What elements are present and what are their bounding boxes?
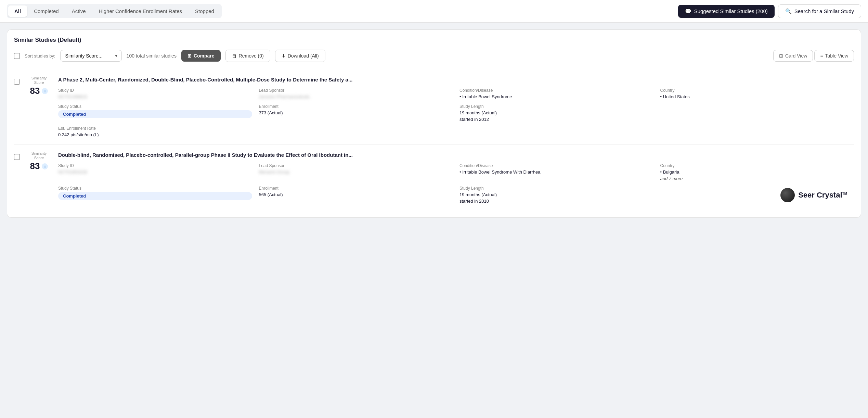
enrollment-label-2: Enrollment	[259, 186, 453, 191]
study-grid-1: Study ID NCT01498623 Lead Sponsor Jansse…	[58, 88, 854, 122]
tab-active[interactable]: Active	[66, 5, 92, 17]
country-group-2: Country Bulgaria and 7 more	[660, 163, 854, 181]
study-id-group-1: Study ID NCT01498623	[58, 88, 252, 99]
score-col-1: SimilarityScore 83 i	[25, 76, 53, 137]
country-label-2: Country	[660, 163, 854, 168]
card-view-icon: ⊞	[779, 53, 783, 59]
similarity-score-value-1: 83 i	[30, 86, 48, 96]
lead-sponsor-value-2: Menarini Group	[259, 169, 453, 175]
info-icon-2[interactable]: i	[42, 163, 48, 169]
status-badge-2: Completed	[58, 192, 252, 200]
countries-more-2: and 7 more	[660, 176, 854, 181]
study-2-checkbox[interactable]	[14, 154, 20, 160]
enrollment-value-1: 373 (Actual)	[259, 110, 453, 115]
similarity-score-label-1: SimilarityScore	[31, 76, 47, 85]
toolbar: Sort studies by: Similarity Score... ▼ 1…	[14, 50, 854, 62]
study-length-started-1: started in 2012	[459, 117, 653, 122]
study-length-value-1: 19 months (Actual)	[459, 110, 653, 115]
condition-item-2: Irritable Bowel Syndrome With Diarrhea	[459, 169, 653, 175]
study-id-value-1: NCT01498623	[58, 94, 252, 99]
sort-label: Sort studies by:	[25, 53, 55, 59]
study-length-group-1: Study Length 19 months (Actual) started …	[459, 104, 653, 122]
top-bar: All Completed Active Higher Confidence E…	[0, 0, 868, 23]
study-status-group-1: Study Status Completed	[58, 104, 252, 122]
top-actions: 💬 Suggested Similar Studies (200) 🔍 Sear…	[678, 4, 861, 18]
study-content-2: Double-blind, Randomised, Placebo-contro…	[58, 151, 854, 204]
study-length-started-2: started in 2010	[459, 199, 653, 204]
tab-completed[interactable]: Completed	[28, 5, 65, 17]
study-title-2: Double-blind, Randomised, Placebo-contro…	[58, 151, 854, 159]
table-view-button[interactable]: ≡ Table View	[814, 50, 854, 62]
sort-select-wrapper: Similarity Score... ▼	[60, 50, 122, 62]
condition-item-1: Irritable Bowel Syndrome	[459, 94, 653, 99]
condition-group-2: Condition/Disease Irritable Bowel Syndro…	[459, 163, 653, 181]
study-1-checkbox[interactable]	[14, 79, 20, 85]
logo-text: Seer CrystalTM	[798, 191, 847, 200]
est-enrollment-value-1: 0.242 pts/site/mo (L)	[58, 132, 854, 137]
enrollment-value-2: 565 (Actual)	[259, 192, 453, 197]
lead-sponsor-label-1: Lead Sponsor	[259, 88, 453, 93]
lead-sponsor-group-1: Lead Sponsor Janssen Pharmaceuticals	[259, 88, 453, 99]
download-button[interactable]: ⬇ Download (All)	[275, 50, 325, 62]
condition-group-1: Condition/Disease Irritable Bowel Syndro…	[459, 88, 653, 99]
info-icon-1[interactable]: i	[42, 88, 48, 94]
card-view-button[interactable]: ⊞ Card View	[773, 50, 813, 62]
tab-stopped[interactable]: Stopped	[189, 5, 220, 17]
study-length-group-2: Study Length 19 months (Actual) started …	[459, 186, 653, 204]
table-row: SimilarityScore 83 i A Phase 2, Multi-Ce…	[14, 69, 854, 144]
enrollment-group-2: Enrollment 565 (Actual)	[259, 186, 453, 204]
study-status-label-1: Study Status	[58, 104, 252, 109]
condition-label-2: Condition/Disease	[459, 163, 653, 168]
country-list-2: Bulgaria	[660, 169, 854, 175]
total-studies-label: 100 total similar studies	[127, 53, 177, 59]
country-group-1: Country United States	[660, 88, 854, 99]
tab-all[interactable]: All	[8, 5, 27, 17]
compare-icon: ⊞	[187, 53, 192, 59]
study-status-group-2: Study Status Completed	[58, 186, 252, 204]
country-list-1: United States	[660, 94, 854, 99]
enrollment-group-1: Enrollment 373 (Actual)	[259, 104, 453, 122]
similarity-score-value-2: 83 i	[30, 161, 48, 172]
lead-sponsor-value-1: Janssen Pharmaceuticals	[259, 94, 453, 99]
score-col-2: SimilarityScore 83 i	[25, 151, 53, 204]
study-title-1: A Phase 2, Multi-Center, Randomized, Dou…	[58, 76, 854, 83]
condition-list-1: Irritable Bowel Syndrome	[459, 94, 653, 99]
tab-higher-confidence[interactable]: Higher Confidence Enrollment Rates	[93, 5, 188, 17]
sort-select[interactable]: Similarity Score...	[60, 50, 122, 62]
download-icon: ⬇	[282, 53, 286, 59]
suggested-similar-studies-button[interactable]: 💬 Suggested Similar Studies (200)	[678, 5, 775, 18]
status-badge-1: Completed	[58, 110, 252, 118]
select-all-checkbox[interactable]	[14, 53, 20, 59]
table-row: SimilarityScore 83 i Double-blind, Rando…	[14, 144, 854, 211]
search-similar-study-button[interactable]: 🔍 Search for a Similar Study	[778, 4, 861, 18]
study-grid-2: Study ID NCT01853228 Lead Sponsor Menari…	[58, 163, 854, 204]
study-status-label-2: Study Status	[58, 186, 252, 191]
lead-sponsor-label-2: Lead Sponsor	[259, 163, 453, 168]
country-item-1: United States	[660, 94, 854, 99]
enrollment-label-1: Enrollment	[259, 104, 453, 109]
condition-label-1: Condition/Disease	[459, 88, 653, 93]
study-length-value-2: 19 months (Actual)	[459, 192, 653, 197]
study-id-label-2: Study ID	[58, 163, 252, 168]
logo-tm: TM	[842, 192, 847, 195]
seer-crystal-logo: Seer CrystalTM	[780, 182, 847, 204]
table-view-icon: ≡	[820, 53, 823, 59]
remove-button[interactable]: 🗑 Remove (0)	[225, 50, 270, 62]
study-id-group-2: Study ID NCT01853228	[58, 163, 252, 181]
similarity-score-label-2: SimilarityScore	[31, 151, 47, 160]
studies-list: SimilarityScore 83 i A Phase 2, Multi-Ce…	[14, 69, 854, 211]
search-icon: 🔍	[785, 8, 792, 14]
study-id-label-1: Study ID	[58, 88, 252, 93]
checkbox-col-2	[14, 151, 20, 204]
logo-circle-icon	[780, 188, 795, 202]
main-content: Similar Studies (Default) Sort studies b…	[0, 23, 868, 225]
lead-sponsor-group-2: Lead Sponsor Menarini Group	[259, 163, 453, 181]
checkbox-col-1	[14, 76, 20, 137]
compare-button[interactable]: ⊞ Compare	[181, 50, 221, 62]
study-id-value-2: NCT01853228	[58, 169, 252, 175]
trash-icon: 🗑	[232, 53, 237, 59]
est-enrollment-label-1: Est. Enrollment Rate	[58, 126, 854, 131]
study-length-label-1: Study Length	[459, 104, 653, 109]
study-length-label-2: Study Length	[459, 186, 653, 191]
view-toggle: ⊞ Card View ≡ Table View	[773, 50, 854, 62]
